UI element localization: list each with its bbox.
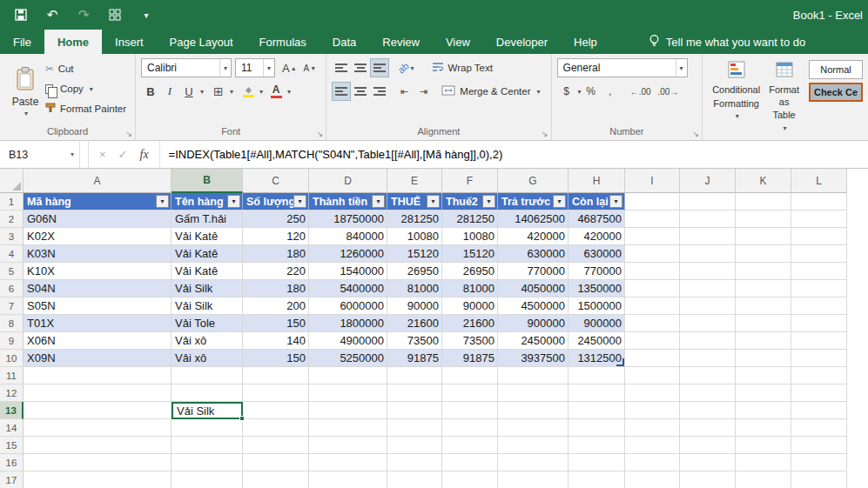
cell-K10[interactable] — [736, 350, 791, 367]
cell-D16[interactable] — [309, 454, 387, 471]
cell-L17[interactable] — [791, 471, 847, 488]
cell-K16[interactable] — [736, 454, 791, 471]
cell-style-normal[interactable]: Normal — [809, 60, 863, 79]
cell-C13[interactable] — [243, 402, 309, 419]
cell-H7[interactable]: 1500000 — [569, 297, 625, 315]
cell-A12[interactable] — [24, 384, 172, 402]
tab-formulas[interactable]: Formulas — [246, 30, 320, 54]
cell-A11[interactable] — [24, 367, 172, 384]
cell-J16[interactable] — [680, 454, 736, 471]
cell-A15[interactable] — [24, 437, 172, 454]
cell-A7[interactable]: S05N — [24, 297, 172, 315]
cell-A14[interactable] — [24, 419, 172, 437]
cell-L10[interactable] — [791, 350, 847, 367]
cell-G6[interactable]: 4050000 — [498, 280, 569, 297]
cell-H16[interactable] — [569, 454, 625, 471]
cell-J15[interactable] — [680, 437, 736, 454]
cell-A1[interactable]: Mã hàng▾ — [24, 193, 172, 211]
cell-J13[interactable] — [680, 402, 736, 419]
filter-button-C[interactable]: ▾ — [293, 195, 306, 208]
cell-F6[interactable]: 81000 — [442, 280, 498, 297]
cell-L16[interactable] — [791, 454, 847, 471]
cell-C11[interactable] — [243, 367, 309, 384]
cell-B13[interactable]: Vải Silk — [172, 402, 243, 419]
cell-J14[interactable] — [680, 419, 736, 437]
fill-handle[interactable] — [239, 416, 245, 421]
cell-H14[interactable] — [569, 419, 625, 437]
cell-K12[interactable] — [736, 384, 791, 402]
name-box-dropdown-icon[interactable]: ▾ — [71, 150, 79, 158]
cell-D15[interactable] — [309, 437, 387, 454]
cell-A13[interactable] — [24, 402, 172, 419]
paste-button[interactable]: Paste ▾ — [5, 58, 45, 125]
cell-H3[interactable]: 420000 — [569, 228, 625, 245]
cancel-button[interactable]: × — [99, 148, 106, 161]
cell-J17[interactable] — [680, 471, 736, 488]
cell-J6[interactable] — [680, 280, 736, 297]
cell-J1[interactable] — [680, 193, 736, 211]
cell-H5[interactable]: 770000 — [569, 263, 625, 280]
percent-button[interactable]: % — [582, 82, 601, 101]
customize-quick-access-icon[interactable]: ▾ — [138, 6, 155, 23]
cell-E1[interactable]: THUẾ▾ — [387, 193, 442, 211]
cell-K14[interactable] — [736, 419, 791, 437]
borders-button[interactable]: ⊞ — [209, 82, 228, 101]
cell-L4[interactable] — [791, 245, 847, 263]
row-header-11[interactable]: 11 — [0, 367, 24, 384]
cell-G10[interactable]: 3937500 — [498, 350, 569, 367]
cell-G12[interactable] — [498, 384, 569, 402]
align-right-button[interactable] — [370, 82, 389, 101]
cell-L2[interactable] — [791, 211, 847, 228]
cell-F10[interactable]: 91875 — [442, 350, 498, 367]
cell-D7[interactable]: 6000000 — [309, 297, 387, 315]
increase-decimal-button[interactable]: ←.00 — [627, 82, 655, 101]
cell-E6[interactable]: 81000 — [387, 280, 442, 297]
cell-B16[interactable] — [172, 454, 243, 471]
cell-A9[interactable]: X06N — [24, 332, 172, 350]
cell-I13[interactable] — [625, 402, 680, 419]
tab-review[interactable]: Review — [369, 30, 433, 54]
underline-dropdown-icon[interactable]: ▾ — [200, 88, 204, 96]
clipboard-dialog-launcher[interactable]: ↘ — [125, 130, 132, 138]
cell-D4[interactable]: 1260000 — [309, 245, 387, 263]
cell-B12[interactable] — [172, 384, 243, 402]
cell-J8[interactable] — [680, 315, 736, 332]
cell-G13[interactable] — [498, 402, 569, 419]
column-header-B[interactable]: B — [172, 169, 243, 193]
align-bottom-button[interactable] — [370, 58, 389, 77]
cell-B5[interactable]: Vải Katê — [172, 263, 243, 280]
cell-I2[interactable] — [625, 211, 680, 228]
cell-H1[interactable]: Còn lại▾ — [569, 193, 625, 211]
column-header-G[interactable]: G — [498, 169, 569, 193]
cell-C7[interactable]: 200 — [243, 297, 309, 315]
number-format-select[interactable]: General ▾ — [557, 58, 688, 77]
cell-G5[interactable]: 770000 — [498, 263, 569, 280]
cell-F3[interactable]: 10080 — [442, 228, 498, 245]
cell-C15[interactable] — [243, 437, 309, 454]
touch-mode-icon[interactable] — [106, 6, 124, 23]
number-format-dropdown-icon[interactable]: ▾ — [676, 59, 687, 77]
tab-home[interactable]: Home — [44, 30, 102, 54]
cell-E8[interactable]: 21600 — [387, 315, 442, 332]
align-left-button[interactable] — [332, 82, 351, 101]
conditional-formatting-button[interactable]: Conditional Formatting ▾ — [708, 58, 764, 140]
decrease-font-button[interactable]: A▼ — [300, 58, 320, 77]
cell-E5[interactable]: 26950 — [387, 263, 442, 280]
row-header-9[interactable]: 9 — [0, 332, 24, 350]
column-header-F[interactable]: F — [442, 169, 498, 193]
filter-button-E[interactable]: ▾ — [427, 195, 440, 208]
enter-button[interactable]: ✓ — [118, 148, 128, 161]
cell-J5[interactable] — [680, 263, 736, 280]
cell-E17[interactable] — [387, 471, 442, 488]
cell-F15[interactable] — [442, 437, 498, 454]
formula-input[interactable]: =INDEX(Table1[#All],MATCH("S04N",Table1[… — [160, 141, 868, 168]
cell-F11[interactable] — [442, 367, 498, 384]
cell-L13[interactable] — [791, 402, 847, 419]
decrease-decimal-button[interactable]: .00→ — [655, 82, 683, 101]
format-painter-button[interactable]: Format Painter — [45, 100, 126, 117]
tab-help[interactable]: Help — [561, 30, 610, 54]
cell-F2[interactable]: 281250 — [442, 211, 498, 228]
cell-E15[interactable] — [387, 437, 442, 454]
tab-file[interactable]: File — [0, 30, 44, 54]
cell-D1[interactable]: Thành tiền▾ — [309, 193, 387, 211]
